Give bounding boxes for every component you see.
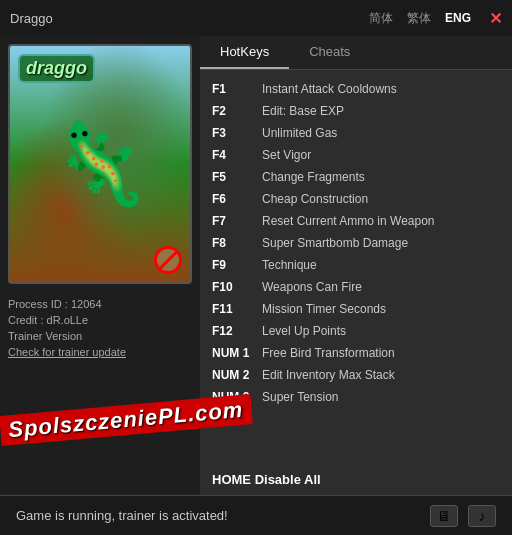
hotkey-description: Change Fragments xyxy=(262,168,365,186)
hotkey-row: F12Level Up Points xyxy=(212,320,500,342)
process-info: Process ID : 12064 Credit : dR.oLLe Trai… xyxy=(8,294,192,366)
hotkey-description: Mission Timer Seconds xyxy=(262,300,386,318)
hotkey-description: Cheap Construction xyxy=(262,190,368,208)
trainer-version: Trainer Version xyxy=(8,330,192,342)
hotkey-key: F9 xyxy=(212,256,262,274)
hotkey-key: F11 xyxy=(212,300,262,318)
process-id: Process ID : 12064 xyxy=(8,298,192,310)
hotkey-key: F8 xyxy=(212,234,262,252)
left-panel: draggo 🦎 Process ID : 12064 Credit : dR.… xyxy=(0,36,200,495)
hotkey-row: F4Set Vigor xyxy=(212,144,500,166)
hotkey-key: F12 xyxy=(212,322,262,340)
hotkey-key: F3 xyxy=(212,124,262,142)
dragon-figure: 🦎 xyxy=(50,124,150,204)
hotkey-key: F4 xyxy=(212,146,262,164)
hotkey-row: F11Mission Timer Seconds xyxy=(212,298,500,320)
no-sign-icon xyxy=(154,246,182,274)
hotkey-key: F5 xyxy=(212,168,262,186)
hotkey-row: NUM 2Edit Inventory Max Stack xyxy=(212,364,500,386)
close-button[interactable]: ✕ xyxy=(489,9,502,28)
hotkey-row: F3Unlimited Gas xyxy=(212,122,500,144)
hotkey-key: F1 xyxy=(212,80,262,98)
hotkey-description: Edit: Base EXP xyxy=(262,102,344,120)
hotkey-description: Level Up Points xyxy=(262,322,346,340)
lang-traditional[interactable]: 繁体 xyxy=(403,8,435,29)
hotkey-description: Free Bird Transformation xyxy=(262,344,395,362)
tabs-bar: HotKeys Cheats xyxy=(200,36,512,70)
game-logo: draggo xyxy=(18,54,95,83)
disable-all-desc: Disable All xyxy=(255,472,321,487)
lang-english[interactable]: ENG xyxy=(441,9,475,27)
disable-all-section: HOME Disable All xyxy=(200,464,512,495)
hotkey-row: F1Instant Attack Cooldowns xyxy=(212,78,500,100)
hotkey-key: F6 xyxy=(212,190,262,208)
tab-hotkeys[interactable]: HotKeys xyxy=(200,36,289,69)
monitor-icon[interactable]: 🖥 xyxy=(430,505,458,527)
hotkey-row: F2Edit: Base EXP xyxy=(212,100,500,122)
hotkey-row: F7Reset Current Ammo in Weapon xyxy=(212,210,500,232)
hotkey-key: NUM 2 xyxy=(212,366,262,384)
hotkey-row: F5Change Fragments xyxy=(212,166,500,188)
hotkey-description: Set Vigor xyxy=(262,146,311,164)
hotkey-row: F8Super Smartbomb Damage xyxy=(212,232,500,254)
main-area: draggo 🦎 Process ID : 12064 Credit : dR.… xyxy=(0,36,512,495)
game-image: draggo 🦎 xyxy=(8,44,192,284)
hotkey-description: Weapons Can Fire xyxy=(262,278,362,296)
lang-simplified[interactable]: 简体 xyxy=(365,8,397,29)
watermark: SpolszczeniePL.com xyxy=(0,405,200,435)
hotkey-description: Instant Attack Cooldowns xyxy=(262,80,397,98)
credit-info: Credit : dR.oLLe xyxy=(8,314,192,326)
hotkey-key: F10 xyxy=(212,278,262,296)
language-selector: 简体 繁体 ENG ✕ xyxy=(365,8,502,29)
status-icons: 🖥 ♪ xyxy=(430,505,496,527)
logo-text: draggo xyxy=(26,58,87,78)
status-message: Game is running, trainer is activated! xyxy=(16,508,228,523)
disable-all-key: HOME xyxy=(212,472,255,487)
tab-cheats[interactable]: Cheats xyxy=(289,36,370,69)
hotkey-description: Unlimited Gas xyxy=(262,124,337,142)
hotkey-description: Technique xyxy=(262,256,317,274)
hotkey-row: F10Weapons Can Fire xyxy=(212,276,500,298)
right-panel: HotKeys Cheats F1Instant Attack Cooldown… xyxy=(200,36,512,495)
hotkey-row: NUM 1Free Bird Transformation xyxy=(212,342,500,364)
hotkey-row: F9Technique xyxy=(212,254,500,276)
check-update-link[interactable]: Check for trainer update xyxy=(8,346,192,358)
hotkey-description: Super Tension xyxy=(262,388,339,406)
hotkey-description: Reset Current Ammo in Weapon xyxy=(262,212,435,230)
hotkey-key: NUM 1 xyxy=(212,344,262,362)
status-bar: Game is running, trainer is activated! 🖥… xyxy=(0,495,512,535)
hotkey-row: F6Cheap Construction xyxy=(212,188,500,210)
hotkey-key: F2 xyxy=(212,102,262,120)
app-title: Draggo xyxy=(10,11,365,26)
hotkey-key: F7 xyxy=(212,212,262,230)
music-icon[interactable]: ♪ xyxy=(468,505,496,527)
dragon-icon: 🦎 xyxy=(50,124,150,204)
hotkey-row: NUM 3Super Tension xyxy=(212,386,500,408)
title-bar: Draggo 简体 繁体 ENG ✕ xyxy=(0,0,512,36)
hotkey-description: Edit Inventory Max Stack xyxy=(262,366,395,384)
hotkey-description: Super Smartbomb Damage xyxy=(262,234,408,252)
